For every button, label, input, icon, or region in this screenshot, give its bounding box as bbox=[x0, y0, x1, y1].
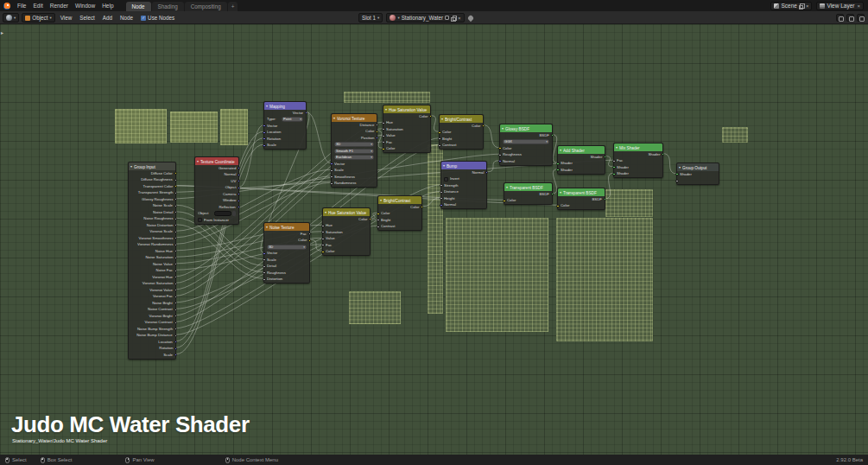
value-socket[interactable] bbox=[330, 175, 333, 178]
node-addshader[interactable]: Add ShaderShaderShaderShader bbox=[557, 145, 605, 175]
value-socket[interactable] bbox=[174, 270, 177, 272]
vector-socket[interactable] bbox=[263, 252, 265, 255]
collapse-icon[interactable] bbox=[616, 145, 618, 150]
node-groupout[interactable]: Group OutputShader bbox=[676, 162, 719, 185]
value-socket[interactable] bbox=[174, 334, 177, 337]
vector-socket[interactable] bbox=[238, 200, 240, 202]
workspace-tab-node[interactable]: Node bbox=[126, 2, 151, 12]
color-socket[interactable] bbox=[321, 251, 324, 253]
menu-window[interactable]: Window bbox=[72, 3, 98, 9]
color-socket[interactable] bbox=[308, 239, 311, 242]
checkbox[interactable] bbox=[198, 218, 202, 222]
color-socket[interactable] bbox=[556, 205, 559, 207]
shader-type-dropdown[interactable]: Object bbox=[22, 13, 54, 22]
node-header[interactable]: Hue Saturation Value bbox=[323, 208, 370, 216]
unlink-view-layer-icon[interactable] bbox=[856, 3, 860, 9]
node-header[interactable]: Bright/Contrast bbox=[440, 115, 483, 123]
menu-view[interactable]: View bbox=[58, 15, 75, 21]
menu-render[interactable]: Render bbox=[47, 3, 72, 9]
collapse-icon[interactable] bbox=[385, 107, 387, 111]
node-header[interactable]: Transparent BSDF bbox=[558, 188, 605, 196]
value-socket[interactable] bbox=[174, 296, 177, 298]
unlink-material-icon[interactable] bbox=[457, 16, 461, 21]
workspace-tab-compositing[interactable]: Compositing bbox=[185, 2, 227, 12]
editor-type-button[interactable] bbox=[3, 13, 19, 22]
collapse-icon[interactable] bbox=[380, 198, 382, 202]
collapse-icon[interactable] bbox=[679, 165, 681, 169]
node-transA[interactable]: Transparent BSDFBSDFColor bbox=[504, 182, 553, 205]
dropdown[interactable]: Point bbox=[282, 117, 303, 122]
shader-socket[interactable] bbox=[612, 173, 615, 175]
shader-socket[interactable] bbox=[675, 173, 678, 175]
value-socket[interactable] bbox=[377, 226, 379, 228]
options-icon[interactable] bbox=[857, 14, 865, 22]
node-header[interactable]: Bright/Contrast bbox=[378, 196, 421, 204]
node-glossy[interactable]: Glossy BSDFBSDFGGXColorRoughnessNormal bbox=[499, 124, 553, 166]
value-socket[interactable] bbox=[438, 137, 440, 140]
value-socket[interactable] bbox=[440, 191, 442, 194]
node-editor-canvas[interactable]: Judo MC Water Shader Stationary_Water/Ju… bbox=[0, 24, 868, 455]
collapse-icon[interactable] bbox=[325, 210, 326, 214]
value-socket[interactable] bbox=[263, 258, 265, 261]
vector-socket[interactable] bbox=[263, 144, 265, 147]
checkbox[interactable] bbox=[444, 177, 448, 182]
value-socket[interactable] bbox=[174, 205, 177, 207]
dropdown[interactable]: 3D bbox=[334, 142, 374, 147]
node-header[interactable]: Transparent BSDF bbox=[504, 183, 552, 191]
value-socket[interactable] bbox=[321, 225, 324, 227]
collapse-icon[interactable] bbox=[130, 164, 132, 169]
value-socket[interactable] bbox=[438, 144, 440, 147]
vector-socket[interactable] bbox=[440, 204, 442, 207]
collapse-icon[interactable] bbox=[333, 116, 335, 120]
collapse-icon[interactable] bbox=[266, 104, 268, 108]
workspace-tab-shading[interactable]: Shading bbox=[152, 2, 184, 12]
node-hsv2[interactable]: Hue Saturation ValueColorHueSaturationVa… bbox=[322, 207, 371, 256]
node-header[interactable]: Noise Texture bbox=[264, 223, 309, 231]
shader-socket[interactable] bbox=[612, 166, 615, 169]
color-socket[interactable] bbox=[376, 131, 378, 133]
collapse-icon[interactable] bbox=[560, 190, 561, 194]
add-workspace-button[interactable]: + bbox=[228, 2, 238, 12]
vector-socket[interactable] bbox=[263, 124, 265, 127]
color-socket[interactable] bbox=[382, 148, 384, 150]
material-selector[interactable]: Stationary_Water bbox=[386, 13, 464, 22]
menu-select[interactable]: Select bbox=[77, 15, 98, 21]
view-layer-selector[interactable]: View Layer bbox=[816, 2, 864, 10]
collapse-icon[interactable] bbox=[266, 225, 268, 229]
vector-socket[interactable] bbox=[238, 187, 240, 189]
node-header[interactable]: Voronoi Texture bbox=[332, 114, 377, 122]
value-socket[interactable] bbox=[174, 283, 177, 285]
value-socket[interactable] bbox=[440, 197, 442, 200]
value-socket[interactable] bbox=[174, 322, 177, 324]
value-socket[interactable] bbox=[174, 179, 177, 182]
node-header[interactable]: Bump bbox=[441, 162, 486, 169]
value-socket[interactable] bbox=[263, 271, 265, 274]
node-transB[interactable]: Transparent BSDFBSDFColor bbox=[557, 188, 605, 210]
collapse-icon[interactable] bbox=[502, 126, 504, 131]
vector-socket[interactable] bbox=[330, 162, 333, 165]
node-noise[interactable]: Noise TextureFacColor3DVectorScaleDetail… bbox=[263, 222, 310, 283]
node-texcoord[interactable]: Texture CoordinateGeneratedNormalUVObjec… bbox=[194, 156, 239, 225]
collapse-icon[interactable] bbox=[197, 159, 199, 163]
collapse-icon[interactable] bbox=[443, 163, 445, 168]
new-material-icon[interactable] bbox=[451, 16, 455, 20]
value-socket[interactable] bbox=[612, 160, 615, 162]
value-socket[interactable] bbox=[174, 309, 177, 311]
dropdown[interactable]: 3D bbox=[267, 245, 307, 250]
value-socket[interactable] bbox=[382, 128, 384, 131]
value-socket[interactable] bbox=[174, 257, 177, 259]
node-header[interactable]: Add Shader bbox=[558, 146, 605, 154]
vector-socket[interactable] bbox=[174, 347, 177, 350]
value-socket[interactable] bbox=[174, 218, 177, 220]
node-groupin[interactable]: Group InputDiffuse ColorDiffuse Roughnes… bbox=[128, 162, 176, 360]
menu-help[interactable]: Help bbox=[98, 3, 117, 9]
value-socket[interactable] bbox=[263, 278, 265, 281]
menu-node[interactable]: Node bbox=[117, 15, 136, 21]
value-socket[interactable] bbox=[321, 231, 324, 233]
color-socket[interactable] bbox=[503, 200, 505, 202]
shader-socket[interactable] bbox=[556, 162, 559, 165]
new-scene-icon[interactable] bbox=[799, 3, 803, 8]
value-socket[interactable] bbox=[377, 219, 379, 221]
scene-selector[interactable]: Scene bbox=[770, 2, 812, 10]
node-header[interactable]: Group Input bbox=[129, 162, 175, 170]
